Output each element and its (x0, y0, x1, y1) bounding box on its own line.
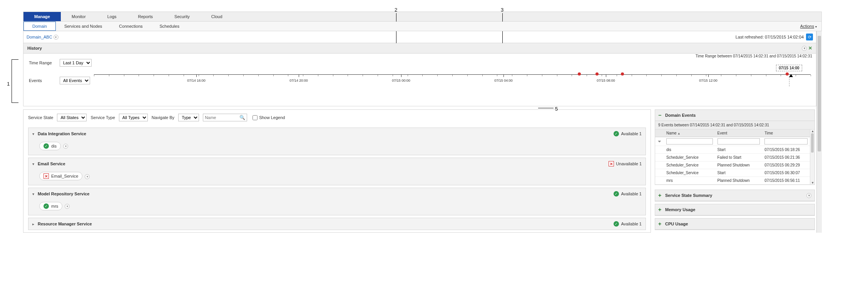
tab-manage[interactable]: Manage (23, 12, 61, 21)
service-item[interactable]: ✓mrs (39, 202, 62, 210)
subtab-schedules[interactable]: Schedules (151, 22, 188, 30)
timeline-marker-arrow[interactable] (789, 74, 793, 77)
event-type: Failed to Start (715, 154, 763, 161)
service-item[interactable]: ✕Email_Service (39, 172, 82, 180)
timeline-event-dot[interactable] (578, 72, 581, 76)
event-name: Scheduler_Service (664, 169, 715, 177)
timeline[interactable]: 07/14 16:0007/14 20:0007/15 00:0007/15 0… (94, 74, 811, 90)
service-status-text: Available 1 (621, 131, 642, 136)
subtab-domain[interactable]: Domain (23, 22, 56, 31)
events-row[interactable]: disStart07/15/2015 06:18:26 (655, 146, 810, 154)
breadcrumb-bar: Domain_ABC ▾ Last refreshed: 07/15/2015 … (23, 31, 816, 43)
service-item[interactable]: ✓dis (39, 142, 61, 150)
service-type-select[interactable]: All Types (119, 114, 148, 121)
status-error-icon: ✕ (609, 161, 614, 166)
expand-icon[interactable]: + (658, 221, 664, 227)
side-panel-header[interactable]: +Memory Usage (655, 204, 814, 215)
domain-events-panel: − Domain Events 9 Events between 07/14/2… (655, 109, 815, 185)
expand-icon[interactable]: + (658, 192, 664, 198)
timeline-event-dot[interactable] (621, 72, 624, 76)
tab-security[interactable]: Security (164, 12, 201, 21)
time-range-select[interactable]: Last 1 Day (60, 59, 92, 67)
service-group-header[interactable]: ▾Email Service✕Unavailable 1 (28, 158, 646, 170)
history-close-icon[interactable]: ✕ (808, 45, 812, 51)
domain-events-subtitle: 9 Events between 07/14/2015 14:02:31 and… (655, 121, 814, 129)
service-status-text: Available 1 (621, 222, 642, 226)
panel-menu-icon[interactable]: ▾ (806, 193, 811, 198)
side-panel-header[interactable]: +Service State Summary▾ (655, 190, 814, 201)
callout-5: 5 (555, 106, 558, 112)
timeline-tick-label: 07/14 16:00 (187, 79, 206, 82)
status-ok-icon: ✓ (614, 191, 619, 197)
event-time: 07/15/2015 06:30:07 (762, 169, 810, 177)
history-range-text: Time Range between 07/14/2015 14:02:31 a… (696, 54, 812, 58)
service-item-menu-icon[interactable]: ▾ (65, 204, 70, 209)
domain-events-header[interactable]: − Domain Events (655, 110, 814, 121)
service-group: ▸Resource Manager Service✓Available 1 (28, 218, 646, 230)
callout-2: 2 (395, 7, 397, 13)
filter-name-input[interactable] (666, 138, 713, 144)
service-item-menu-icon[interactable]: ▾ (85, 174, 90, 179)
subtab-connections[interactable]: Connections (110, 22, 151, 30)
side-panel: +CPU Usage (655, 218, 815, 230)
breadcrumb-dropdown-icon[interactable]: ▾ (54, 35, 59, 40)
events-filter-select[interactable]: All Events (60, 77, 90, 84)
events-scrollbar[interactable]: ▲ ▼ (810, 129, 814, 185)
events-row[interactable]: Scheduler_ServiceFailed to Start07/15/20… (655, 154, 810, 161)
tab-reports[interactable]: Reports (127, 12, 164, 21)
refresh-button[interactable]: ⟳ (806, 34, 813, 40)
show-legend-checkbox[interactable] (253, 115, 258, 120)
events-row[interactable]: Scheduler_ServicePlanned Shutdown07/15/2… (655, 161, 810, 169)
side-panel: +Service State Summary▾ (655, 190, 815, 202)
timeline-event-dot[interactable] (595, 72, 599, 76)
service-search[interactable]: 🔍 (203, 114, 247, 121)
filter-event-input[interactable] (717, 138, 760, 144)
events-col-header[interactable]: Name▲ (664, 129, 715, 137)
service-status-text: Available 1 (621, 191, 642, 196)
service-group-header[interactable]: ▸Resource Manager Service✓Available 1 (28, 218, 646, 230)
tab-monitor[interactable]: Monitor (61, 12, 97, 21)
actions-menu[interactable]: Actions ▾ (796, 22, 821, 30)
service-group: ▾Email Service✕Unavailable 1✕Email_Servi… (28, 158, 646, 185)
event-name: mrs (664, 177, 715, 185)
service-type-label: Service Type (90, 115, 115, 120)
service-state-select[interactable]: All States (57, 114, 87, 121)
breadcrumb[interactable]: Domain_ABC (27, 35, 52, 39)
timeline-tick-label: 07/14 20:00 (289, 79, 308, 82)
events-col-header[interactable]: Time (762, 129, 810, 137)
tab-logs[interactable]: Logs (97, 12, 127, 21)
events-row[interactable]: Scheduler_ServiceStart07/15/2015 06:30:0… (655, 169, 810, 177)
history-menu-icon[interactable]: ▾ (802, 46, 807, 51)
filter-icon[interactable]: ⏷ (655, 137, 664, 146)
navigate-by-select[interactable]: Type (178, 114, 199, 121)
side-panel: +Memory Usage (655, 204, 815, 216)
timeline-tick-label: 07/15 04:00 (494, 79, 513, 82)
timeline-event-dot[interactable] (786, 72, 789, 76)
collapse-icon[interactable]: − (658, 112, 664, 118)
search-icon[interactable]: 🔍 (239, 115, 245, 120)
service-group-title: Email Service (38, 161, 65, 166)
subtab-services-and-nodes[interactable]: Services and Nodes (56, 22, 110, 30)
event-time: 07/15/2015 06:29:29 (762, 161, 810, 169)
service-item-menu-icon[interactable]: ▾ (63, 144, 68, 149)
service-group-title: Resource Manager Service (38, 222, 92, 226)
side-panel-title: Memory Usage (665, 207, 695, 212)
event-name: dis (664, 146, 715, 154)
event-type: Planned Shutdown (715, 161, 763, 169)
events-row[interactable]: mrsPlanned Shutdown07/15/2015 06:56:11 (655, 177, 810, 185)
chevron-icon: ▸ (32, 222, 36, 226)
expand-icon[interactable]: + (658, 207, 664, 213)
event-name: Scheduler_Service (664, 161, 715, 169)
timeline-tick-label: 07/15 08:00 (597, 79, 615, 82)
page-scrollbar[interactable] (816, 31, 822, 233)
service-search-input[interactable] (205, 115, 239, 120)
tab-cloud[interactable]: Cloud (201, 12, 233, 21)
filter-time-input[interactable] (764, 138, 808, 144)
side-panel-header[interactable]: +CPU Usage (655, 218, 814, 230)
domain-events-table: Name▲EventTime ⏷disStart07/15/2015 06:18… (655, 129, 810, 185)
events-col-header[interactable]: Event (715, 129, 763, 137)
chevron-icon: ▾ (32, 192, 36, 196)
service-group-header[interactable]: ▾Data Integration Service✓Available 1 (28, 128, 646, 139)
service-group-header[interactable]: ▾Model Repository Service✓Available 1 (28, 188, 646, 200)
sort-asc-icon: ▲ (677, 132, 681, 135)
